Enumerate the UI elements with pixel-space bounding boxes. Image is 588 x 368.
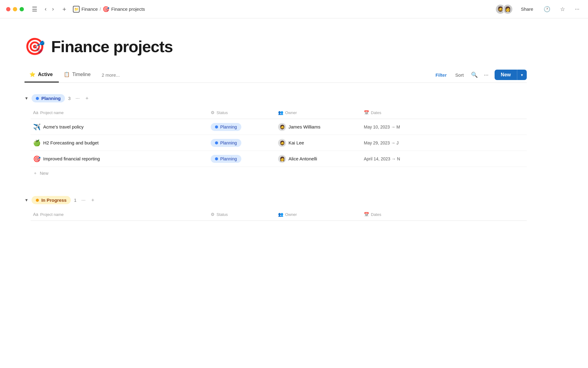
in-progress-add-button[interactable]: ＋ (89, 196, 97, 205)
chevron-down-icon: ▼ (24, 198, 28, 202)
tab-active[interactable]: ⭐ Active (24, 68, 59, 82)
breadcrumb: 📁 Finance / 🎯 Finance projects (73, 6, 145, 13)
breadcrumb-finance-projects[interactable]: 🎯 Finance projects (103, 6, 145, 13)
col-dates: 📅 Dates (361, 109, 453, 116)
share-button[interactable]: Share (518, 5, 536, 13)
planning-add-button[interactable]: ＋ (83, 94, 91, 103)
breadcrumb-finance[interactable]: 📁 Finance (73, 6, 98, 13)
col-owner-2: 👥 Owner (276, 211, 361, 218)
search-button[interactable]: 🔍 (469, 70, 480, 80)
star-button[interactable]: ☆ (558, 4, 567, 14)
page-title: Finance projects (51, 37, 173, 56)
breadcrumb-separator: / (100, 7, 101, 12)
dates-cell: April 14, 2023 → N (361, 153, 453, 164)
star-tab-icon: ⭐ (29, 71, 36, 77)
col-project-name-2: Aa Project name (31, 211, 208, 218)
tab-timeline[interactable]: 📋 Timeline (59, 68, 97, 82)
add-page-button[interactable]: ＋ (59, 4, 69, 14)
avatar-2[interactable]: 👩 (503, 4, 513, 14)
calendar-icon-2: 📅 (364, 212, 369, 217)
owner-avatar: 🧔 (278, 139, 286, 147)
history-button[interactable]: 🕐 (541, 4, 553, 14)
aa-icon: Aa (33, 110, 38, 115)
owner-icon-2: 👥 (278, 212, 283, 217)
table-header: Aa Project name ⚙ Status 👥 Owner 📅 Dates (31, 106, 527, 119)
sidebar-toggle-button[interactable]: ☰ (30, 4, 39, 14)
avatar-group: 🧔 👩 (495, 4, 513, 14)
in-progress-group-actions: ··· ＋ (80, 196, 97, 205)
aa-icon-2: Aa (33, 212, 38, 217)
plus-icon: ＋ (33, 171, 37, 176)
fullscreen-button[interactable] (20, 7, 24, 11)
group-in-progress-header[interactable]: ▼ In Progress 1 ··· ＋ (24, 192, 527, 208)
planning-dot (36, 97, 39, 100)
in-progress-badge: In Progress (32, 196, 71, 204)
owner-avatar: 👩 (278, 155, 286, 163)
timeline-tab-icon: 📋 (64, 71, 70, 77)
page-icon: 🎯 (24, 37, 45, 56)
inprogress-dot (36, 199, 39, 202)
status-cell: Planning (208, 136, 276, 150)
calendar-icon: 📅 (364, 110, 369, 115)
owner-avatar: 🧔 (278, 123, 286, 131)
status-dot (215, 157, 218, 160)
target-emoji: 🎯 (33, 155, 41, 163)
filter-button[interactable]: Filter (432, 71, 450, 79)
status-badge[interactable]: Planning (211, 155, 241, 163)
sort-button[interactable]: Sort (452, 71, 468, 79)
dates-cell: May 29, 2023 → J (361, 137, 453, 148)
more-tabs-button[interactable]: 2 more... (97, 69, 125, 82)
planning-more-button[interactable]: ··· (74, 94, 81, 102)
owner-cell: 🧔 Kai Lee (276, 136, 361, 150)
new-dropdown-button[interactable]: ▾ (517, 70, 527, 80)
in-progress-table-header: Aa Project name ⚙ Status 👥 Owner 📅 Dates (31, 208, 527, 221)
status-icon: ⚙ (211, 110, 215, 115)
status-cell: Planning (208, 152, 276, 166)
in-progress-count: 1 (74, 197, 76, 203)
new-button-group: New ▾ (495, 70, 527, 80)
status-badge[interactable]: Planning (211, 139, 241, 147)
project-name-cell: 🍏 H2 Forecasting and budget (31, 136, 208, 150)
status-badge[interactable]: Planning (211, 123, 241, 131)
status-icon-2: ⚙ (211, 212, 215, 217)
status-dot (215, 125, 218, 128)
planning-count: 3 (68, 96, 70, 101)
planning-table: Aa Project name ⚙ Status 👥 Owner 📅 Dates (31, 106, 527, 180)
travel-emoji: ✈️ (33, 123, 41, 131)
content-area: ▼ Planning 3 ··· ＋ Aa Project name (24, 83, 527, 221)
minimize-button[interactable] (13, 7, 17, 11)
col-status-2: ⚙ Status (208, 211, 276, 218)
project-name-cell: 🎯 Improved financial reporting (31, 152, 208, 166)
owner-cell: 🧔 James Williams (276, 120, 361, 134)
titlebar-right: 🧔 👩 Share 🕐 ☆ ··· (495, 4, 582, 14)
in-progress-more-button[interactable]: ··· (80, 196, 87, 204)
group-planning-header[interactable]: ▼ Planning 3 ··· ＋ (24, 90, 527, 106)
nav-buttons: ‹ › (43, 5, 56, 13)
add-new-planning-button[interactable]: ＋ New (31, 167, 51, 180)
owner-icon: 👥 (278, 110, 283, 115)
target-icon: 🎯 (103, 6, 109, 13)
table-row[interactable]: ✈️ Acme's travel policy Planning 🧔 James… (31, 119, 527, 135)
chevron-down-icon: ▼ (24, 96, 28, 101)
col-status: ⚙ Status (208, 109, 276, 116)
table-row[interactable]: 🍏 H2 Forecasting and budget Planning 🧔 K… (31, 135, 527, 151)
view-more-button[interactable]: ··· (481, 70, 491, 80)
table-row[interactable]: 🎯 Improved financial reporting Planning … (31, 151, 527, 167)
planning-badge: Planning (32, 94, 65, 102)
new-button[interactable]: New (495, 70, 517, 80)
group-in-progress: ▼ In Progress 1 ··· ＋ Aa Project name (24, 192, 527, 221)
forward-button[interactable]: › (50, 5, 56, 13)
group-planning: ▼ Planning 3 ··· ＋ Aa Project name (24, 90, 527, 180)
apple-emoji: 🍏 (33, 139, 41, 147)
traffic-lights (6, 7, 24, 11)
project-name-cell: ✈️ Acme's travel policy (31, 120, 208, 134)
status-dot (215, 141, 218, 144)
close-button[interactable] (6, 7, 10, 11)
tabs-bar: ⭐ Active 📋 Timeline 2 more... Filter Sor… (24, 68, 527, 83)
back-button[interactable]: ‹ (43, 5, 48, 13)
in-progress-table: Aa Project name ⚙ Status 👥 Owner 📅 Dates (31, 208, 527, 221)
col-owner: 👥 Owner (276, 109, 361, 116)
planning-group-actions: ··· ＋ (74, 94, 91, 103)
col-project-name: Aa Project name (31, 109, 208, 116)
more-options-button[interactable]: ··· (572, 4, 582, 14)
